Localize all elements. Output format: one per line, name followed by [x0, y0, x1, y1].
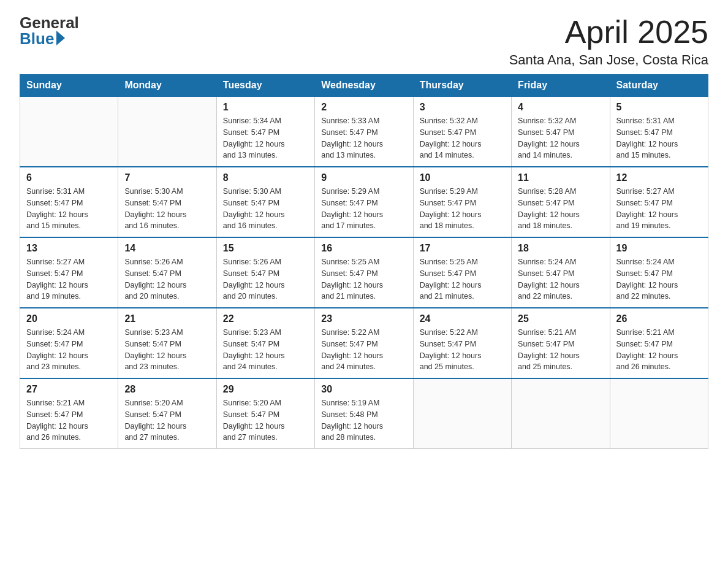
week-row-2: 6Sunrise: 5:31 AM Sunset: 5:47 PM Daylig…: [20, 167, 708, 237]
day-number: 19: [616, 243, 702, 254]
day-info: Sunrise: 5:21 AM Sunset: 5:47 PM Dayligh…: [518, 327, 603, 373]
day-info: Sunrise: 5:29 AM Sunset: 5:47 PM Dayligh…: [321, 186, 406, 232]
day-cell: 1Sunrise: 5:34 AM Sunset: 5:47 PM Daylig…: [216, 96, 314, 167]
day-info: Sunrise: 5:30 AM Sunset: 5:47 PM Dayligh…: [124, 186, 210, 232]
day-number: 7: [124, 172, 210, 183]
page-header: General Blue April 2025 Santa Ana, San J…: [20, 15, 708, 68]
day-number: 5: [616, 102, 702, 113]
day-cell: [413, 378, 511, 449]
day-number: 26: [616, 313, 702, 324]
day-info: Sunrise: 5:21 AM Sunset: 5:47 PM Dayligh…: [616, 327, 702, 373]
day-info: Sunrise: 5:28 AM Sunset: 5:47 PM Dayligh…: [518, 186, 603, 232]
day-number: 29: [223, 384, 308, 395]
day-info: Sunrise: 5:23 AM Sunset: 5:47 PM Dayligh…: [124, 327, 210, 373]
day-number: 28: [124, 384, 210, 395]
day-number: 24: [420, 313, 505, 324]
day-cell: 14Sunrise: 5:26 AM Sunset: 5:47 PM Dayli…: [118, 237, 216, 308]
day-info: Sunrise: 5:24 AM Sunset: 5:47 PM Dayligh…: [616, 256, 702, 302]
day-cell: [610, 378, 708, 449]
day-number: 21: [124, 313, 210, 324]
day-cell: 24Sunrise: 5:22 AM Sunset: 5:47 PM Dayli…: [413, 308, 511, 378]
day-cell: 12Sunrise: 5:27 AM Sunset: 5:47 PM Dayli…: [610, 167, 708, 237]
day-number: 4: [518, 102, 603, 113]
day-cell: [20, 96, 118, 167]
day-cell: 23Sunrise: 5:22 AM Sunset: 5:47 PM Dayli…: [315, 308, 413, 378]
logo: General Blue: [20, 15, 79, 47]
day-number: 25: [518, 313, 603, 324]
week-row-1: 1Sunrise: 5:34 AM Sunset: 5:47 PM Daylig…: [20, 96, 708, 167]
day-info: Sunrise: 5:30 AM Sunset: 5:47 PM Dayligh…: [223, 186, 308, 232]
day-info: Sunrise: 5:34 AM Sunset: 5:47 PM Dayligh…: [223, 115, 308, 161]
day-number: 15: [223, 243, 308, 254]
day-cell: 19Sunrise: 5:24 AM Sunset: 5:47 PM Dayli…: [610, 237, 708, 308]
day-cell: 10Sunrise: 5:29 AM Sunset: 5:47 PM Dayli…: [413, 167, 511, 237]
day-cell: 27Sunrise: 5:21 AM Sunset: 5:47 PM Dayli…: [20, 378, 118, 449]
day-cell: 17Sunrise: 5:25 AM Sunset: 5:47 PM Dayli…: [413, 237, 511, 308]
day-number: 27: [26, 384, 112, 395]
day-cell: 26Sunrise: 5:21 AM Sunset: 5:47 PM Dayli…: [610, 308, 708, 378]
day-info: Sunrise: 5:20 AM Sunset: 5:47 PM Dayligh…: [124, 397, 210, 443]
calendar-body: 1Sunrise: 5:34 AM Sunset: 5:47 PM Daylig…: [20, 96, 708, 449]
day-info: Sunrise: 5:24 AM Sunset: 5:47 PM Dayligh…: [518, 256, 603, 302]
day-cell: 16Sunrise: 5:25 AM Sunset: 5:47 PM Dayli…: [315, 237, 413, 308]
day-cell: 8Sunrise: 5:30 AM Sunset: 5:47 PM Daylig…: [216, 167, 314, 237]
week-row-5: 27Sunrise: 5:21 AM Sunset: 5:47 PM Dayli…: [20, 378, 708, 449]
day-cell: 21Sunrise: 5:23 AM Sunset: 5:47 PM Dayli…: [118, 308, 216, 378]
header-cell-friday: Friday: [512, 75, 610, 97]
day-info: Sunrise: 5:21 AM Sunset: 5:47 PM Dayligh…: [26, 397, 112, 443]
day-cell: 18Sunrise: 5:24 AM Sunset: 5:47 PM Dayli…: [512, 237, 610, 308]
day-cell: 28Sunrise: 5:20 AM Sunset: 5:47 PM Dayli…: [118, 378, 216, 449]
day-number: 1: [223, 102, 308, 113]
day-number: 8: [223, 172, 308, 183]
day-number: 11: [518, 172, 603, 183]
day-number: 20: [26, 313, 112, 324]
day-cell: 5Sunrise: 5:31 AM Sunset: 5:47 PM Daylig…: [610, 96, 708, 167]
day-cell: 22Sunrise: 5:23 AM Sunset: 5:47 PM Dayli…: [216, 308, 314, 378]
day-number: 30: [321, 384, 406, 395]
day-number: 23: [321, 313, 406, 324]
day-info: Sunrise: 5:23 AM Sunset: 5:47 PM Dayligh…: [223, 327, 308, 373]
day-cell: 4Sunrise: 5:32 AM Sunset: 5:47 PM Daylig…: [512, 96, 610, 167]
day-info: Sunrise: 5:24 AM Sunset: 5:47 PM Dayligh…: [26, 327, 112, 373]
day-cell: 6Sunrise: 5:31 AM Sunset: 5:47 PM Daylig…: [20, 167, 118, 237]
day-info: Sunrise: 5:19 AM Sunset: 5:48 PM Dayligh…: [321, 397, 406, 443]
logo-general-text: General: [20, 15, 79, 31]
day-number: 12: [616, 172, 702, 183]
day-info: Sunrise: 5:29 AM Sunset: 5:47 PM Dayligh…: [420, 186, 505, 232]
day-number: 17: [420, 243, 505, 254]
day-number: 6: [26, 172, 112, 183]
day-number: 2: [321, 102, 406, 113]
day-info: Sunrise: 5:27 AM Sunset: 5:47 PM Dayligh…: [26, 256, 112, 302]
header-cell-thursday: Thursday: [413, 75, 511, 97]
header-cell-wednesday: Wednesday: [315, 75, 413, 97]
day-number: 3: [420, 102, 505, 113]
day-number: 22: [223, 313, 308, 324]
day-cell: 13Sunrise: 5:27 AM Sunset: 5:47 PM Dayli…: [20, 237, 118, 308]
day-cell: 3Sunrise: 5:32 AM Sunset: 5:47 PM Daylig…: [413, 96, 511, 167]
day-info: Sunrise: 5:32 AM Sunset: 5:47 PM Dayligh…: [420, 115, 505, 161]
day-info: Sunrise: 5:25 AM Sunset: 5:47 PM Dayligh…: [420, 256, 505, 302]
day-number: 13: [26, 243, 112, 254]
week-row-4: 20Sunrise: 5:24 AM Sunset: 5:47 PM Dayli…: [20, 308, 708, 378]
day-cell: 11Sunrise: 5:28 AM Sunset: 5:47 PM Dayli…: [512, 167, 610, 237]
day-number: 10: [420, 172, 505, 183]
day-info: Sunrise: 5:26 AM Sunset: 5:47 PM Dayligh…: [223, 256, 308, 302]
day-cell: [512, 378, 610, 449]
day-info: Sunrise: 5:32 AM Sunset: 5:47 PM Dayligh…: [518, 115, 603, 161]
day-number: 18: [518, 243, 603, 254]
day-info: Sunrise: 5:22 AM Sunset: 5:47 PM Dayligh…: [321, 327, 406, 373]
month-title: April 2025: [509, 15, 708, 50]
location-title: Santa Ana, San Jose, Costa Rica: [509, 52, 708, 68]
day-cell: 15Sunrise: 5:26 AM Sunset: 5:47 PM Dayli…: [216, 237, 314, 308]
header-cell-tuesday: Tuesday: [216, 75, 314, 97]
day-info: Sunrise: 5:31 AM Sunset: 5:47 PM Dayligh…: [26, 186, 112, 232]
day-cell: 25Sunrise: 5:21 AM Sunset: 5:47 PM Dayli…: [512, 308, 610, 378]
day-cell: 9Sunrise: 5:29 AM Sunset: 5:47 PM Daylig…: [315, 167, 413, 237]
day-cell: 7Sunrise: 5:30 AM Sunset: 5:47 PM Daylig…: [118, 167, 216, 237]
day-cell: 30Sunrise: 5:19 AM Sunset: 5:48 PM Dayli…: [315, 378, 413, 449]
day-info: Sunrise: 5:20 AM Sunset: 5:47 PM Dayligh…: [223, 397, 308, 443]
day-info: Sunrise: 5:27 AM Sunset: 5:47 PM Dayligh…: [616, 186, 702, 232]
day-info: Sunrise: 5:22 AM Sunset: 5:47 PM Dayligh…: [420, 327, 505, 373]
day-info: Sunrise: 5:25 AM Sunset: 5:47 PM Dayligh…: [321, 256, 406, 302]
calendar-table: SundayMondayTuesdayWednesdayThursdayFrid…: [20, 74, 708, 449]
